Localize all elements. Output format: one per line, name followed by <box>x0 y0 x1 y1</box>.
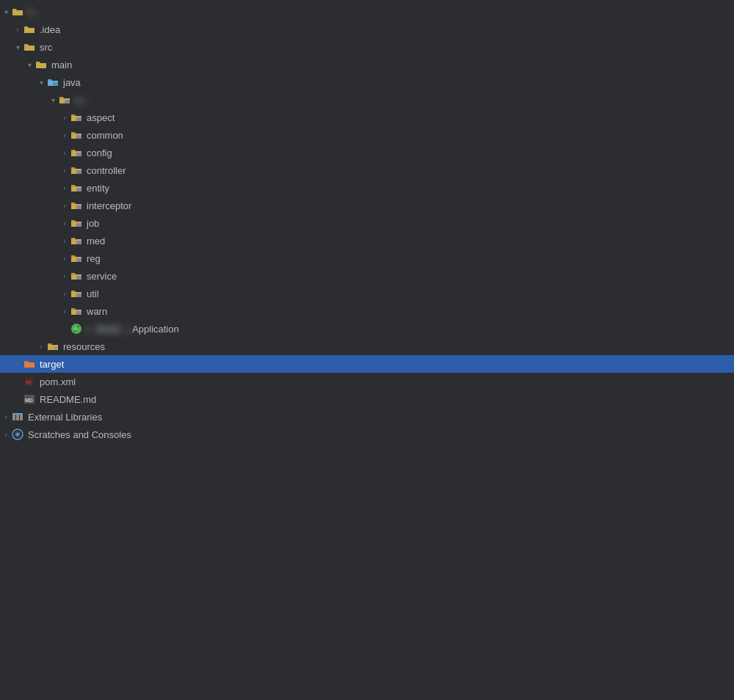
item-label-readme: README.md <box>40 394 728 405</box>
chevron-common[interactable] <box>59 129 70 141</box>
chevron-ext-libs[interactable] <box>0 411 12 423</box>
svg-point-30 <box>16 433 19 436</box>
chevron-job[interactable] <box>59 217 70 229</box>
tree-item-src[interactable]: src <box>0 38 734 56</box>
svg-point-16 <box>74 330 76 332</box>
tree-item-target[interactable]: target <box>0 355 734 373</box>
tree-item-interceptor[interactable]: interceptor <box>0 197 734 214</box>
item-label-controller: controller <box>87 165 728 176</box>
chevron-config[interactable] <box>59 147 70 158</box>
tree-item-job[interactable]: job <box>0 214 734 232</box>
folder-package-icon <box>70 217 82 229</box>
chevron-interceptor[interactable] <box>59 200 70 211</box>
chevron-aspect[interactable] <box>59 112 70 123</box>
svg-rect-11 <box>76 276 81 280</box>
tree-item-resources[interactable]: resources <box>0 338 734 355</box>
item-label-idea: .idea <box>40 24 728 35</box>
chevron-src[interactable] <box>12 41 23 53</box>
item-label-service: service <box>87 271 728 282</box>
item-label-resources: resources <box>63 341 728 352</box>
folder-plain-icon <box>35 59 47 70</box>
chevron-util[interactable] <box>59 288 70 299</box>
chevron-idea[interactable] <box>12 23 23 35</box>
chevron-main[interactable] <box>23 59 35 70</box>
folder-package-icon <box>70 235 82 247</box>
chevron-app-file[interactable] <box>59 323 70 335</box>
folder-plain-icon <box>23 23 35 35</box>
chevron-pkg-root[interactable] <box>47 94 59 106</box>
svg-rect-9 <box>76 241 81 244</box>
item-label-src: src <box>40 42 728 53</box>
chevron-target[interactable] <box>12 358 23 370</box>
tree-item-pkg-root[interactable]: cr... <box>0 91 734 109</box>
svg-rect-10 <box>76 258 81 262</box>
folder-plain-icon <box>23 41 35 53</box>
tree-item-med[interactable]: med <box>0 232 734 249</box>
tree-item-reg[interactable]: reg <box>0 249 734 267</box>
chevron-controller[interactable] <box>59 164 70 176</box>
folder-package-icon <box>70 112 82 123</box>
svg-rect-1 <box>65 100 70 103</box>
svg-rect-8 <box>76 223 81 227</box>
tree-item-ext-libs[interactable]: External Libraries <box>0 408 734 426</box>
chevron-root[interactable] <box>0 6 12 18</box>
item-label-root: h... <box>28 7 728 18</box>
tree-item-util[interactable]: util <box>0 285 734 302</box>
tree-item-readme[interactable]: MD README.md <box>0 390 734 408</box>
chevron-scratches[interactable] <box>0 429 12 440</box>
item-label-pkg-root: cr... <box>75 95 728 106</box>
item-label-main: main <box>51 59 728 70</box>
svg-rect-0 <box>53 82 58 86</box>
svg-rect-27 <box>12 413 23 415</box>
tree-item-java[interactable]: java <box>0 73 734 91</box>
folder-source-icon <box>47 76 59 88</box>
item-label-config: config <box>87 147 728 158</box>
tree-item-pom[interactable]: m pom.xml <box>0 373 734 390</box>
folder-package-icon <box>70 182 82 194</box>
item-label-app-file: i...MedC...iApplication <box>87 324 728 335</box>
tree-item-root[interactable]: h... <box>0 3 734 21</box>
svg-rect-13 <box>76 311 81 315</box>
chevron-java[interactable] <box>35 76 47 88</box>
chevron-med[interactable] <box>59 235 70 247</box>
chevron-warn[interactable] <box>59 305 70 317</box>
folder-package-icon <box>70 147 82 158</box>
svg-rect-4 <box>76 153 81 156</box>
svg-rect-5 <box>76 170 81 174</box>
folder-resources-icon <box>47 340 59 352</box>
chevron-pom[interactable] <box>12 376 23 387</box>
tree-item-idea[interactable]: .idea <box>0 21 734 38</box>
tree-item-entity[interactable]: entity <box>0 179 734 197</box>
item-label-scratches: Scratches and Consoles <box>28 429 728 440</box>
item-label-reg: reg <box>87 253 728 264</box>
item-label-warn: warn <box>87 306 728 317</box>
tree-item-warn[interactable]: warn <box>0 302 734 320</box>
folder-package-icon <box>70 200 82 211</box>
tree-item-controller[interactable]: controller <box>0 161 734 179</box>
svg-rect-19 <box>54 348 57 349</box>
svg-rect-12 <box>76 294 81 297</box>
item-label-pom: pom.xml <box>40 376 728 387</box>
item-label-util: util <box>87 288 728 299</box>
tree-item-main[interactable]: main <box>0 56 734 73</box>
svg-text:MD: MD <box>25 398 33 403</box>
folder-package-icon <box>70 164 82 176</box>
chevron-entity[interactable] <box>59 182 70 194</box>
md-file-icon: MD <box>23 393 35 405</box>
chevron-readme[interactable] <box>12 393 23 405</box>
tree-item-scratches[interactable]: Scratches and Consoles <box>0 426 734 443</box>
chevron-service[interactable] <box>59 270 70 282</box>
svg-rect-6 <box>76 188 81 192</box>
chevron-resources[interactable] <box>35 340 47 352</box>
svg-rect-18 <box>54 346 57 347</box>
tree-item-aspect[interactable]: aspect <box>0 109 734 126</box>
folder-package-icon <box>70 288 82 299</box>
tree-item-common[interactable]: common <box>0 126 734 144</box>
tree-item-app-file[interactable]: i...MedC...iApplication <box>0 320 734 338</box>
item-label-entity: entity <box>87 183 728 194</box>
tree-item-service[interactable]: service <box>0 267 734 285</box>
folder-plain-icon <box>12 6 23 18</box>
svg-point-15 <box>77 326 79 328</box>
chevron-reg[interactable] <box>59 252 70 264</box>
tree-item-config[interactable]: config <box>0 144 734 161</box>
